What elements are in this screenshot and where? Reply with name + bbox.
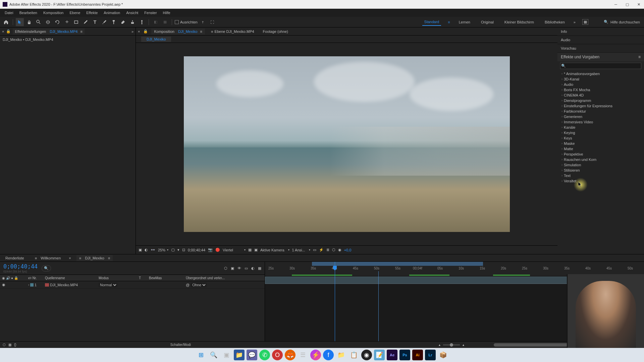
flowchart-icon[interactable]: ⬡ <box>332 248 335 252</box>
effect-cat-cinema4d[interactable]: ›CINEMA 4D <box>559 93 643 98</box>
render-queue-tab[interactable]: Renderliste <box>3 255 27 261</box>
help-search[interactable]: 🔍 Hilfe durchsuchen <box>602 19 642 25</box>
workspace-kleiner-bildschirm[interactable]: Kleiner Bildschirm <box>502 19 536 25</box>
transparency-icon[interactable]: ▦ <box>248 248 252 252</box>
effect-cat-stilisieren[interactable]: ›Stilisieren <box>559 168 643 173</box>
zoom-tool[interactable] <box>35 18 43 26</box>
pixel-aspect-icon[interactable]: ▭ <box>313 248 316 252</box>
taskbar-taskview[interactable]: ▣ <box>221 350 232 360</box>
taskbar-ae[interactable]: Ae <box>387 350 397 360</box>
effect-cat-simulation[interactable]: ›Simulation <box>559 162 643 168</box>
graph-editor-icon[interactable]: ▦ <box>258 266 261 270</box>
effects-search-input[interactable]: 🔍 <box>560 63 641 69</box>
effect-cat-maske[interactable]: ›Maske <box>559 141 643 146</box>
resolution-icon[interactable]: 🖵 <box>171 248 175 252</box>
parent-dropdown[interactable]: Ohne <box>191 283 207 287</box>
timeline-icon[interactable]: ≣ <box>326 248 329 252</box>
workspace-grid-icon[interactable]: ▦ <box>582 19 588 25</box>
effect-cat-animationsvorgaben[interactable]: ›* Animationsvorgaben <box>559 71 643 76</box>
eraser-tool[interactable] <box>119 18 127 26</box>
brush-tool[interactable] <box>100 18 108 26</box>
minimize-button[interactable]: ─ <box>613 2 619 7</box>
taskbar-notepad[interactable]: 📝 <box>374 350 385 360</box>
effect-cat-text[interactable]: ›Text <box>559 173 643 178</box>
close-button[interactable]: ✕ <box>636 2 641 7</box>
effect-cat-matte[interactable]: ›Matte <box>559 146 643 152</box>
hand-tool[interactable] <box>25 18 33 26</box>
switches-modes-label[interactable]: Schalter/Modi <box>170 343 191 347</box>
audio-switch-icon[interactable]: 🔊 <box>6 276 10 280</box>
comp-mini-flowchart-icon[interactable]: ⬡ <box>224 266 227 270</box>
pickwhip-icon[interactable]: @ <box>186 283 190 287</box>
comp-tab-menu-icon[interactable]: ≡ <box>200 29 202 34</box>
layer-row-1[interactable]: ◉ › 1 DJI_Mexiko.MP4 Normal <box>0 281 265 289</box>
menu-bearbeiten[interactable]: Bearbeiten <box>17 10 40 16</box>
reset-exposure-icon[interactable]: ◉ <box>338 248 341 252</box>
col-name[interactable]: Quellenname <box>43 276 97 280</box>
lock-icon[interactable]: 🔒 <box>6 29 11 34</box>
zoom-dropdown[interactable]: 25%▾ <box>158 248 168 252</box>
effects-presets-header[interactable]: Effekte und Vorgaben ≡ <box>557 53 644 61</box>
tab-menu-icon[interactable]: ≡ <box>108 256 110 260</box>
panel-nav-back-icon[interactable]: × <box>2 29 4 34</box>
panel-overflow-icon[interactable]: » <box>131 29 133 34</box>
taskbar-folder[interactable]: 📁 <box>336 350 346 360</box>
zoom-slider[interactable] <box>443 344 460 346</box>
maximize-button[interactable]: ▢ <box>625 2 630 7</box>
panel-menu-icon[interactable]: ≡ <box>638 55 641 59</box>
audio-panel-header[interactable]: Audio <box>557 36 644 44</box>
glasses-icon[interactable]: 👓 <box>151 248 155 252</box>
draft-3d-icon[interactable]: ▣ <box>231 266 234 270</box>
info-panel-header[interactable]: Info <box>557 27 644 36</box>
solo-switch-icon[interactable]: ● <box>11 276 13 280</box>
layer-color-icon[interactable] <box>30 283 34 287</box>
menu-komposition[interactable]: Komposition <box>41 10 66 16</box>
taskbar-app9[interactable]: 📦 <box>438 350 448 360</box>
shy-icon[interactable]: 👁 <box>237 266 241 270</box>
shape-mode-icon[interactable]: ▦ <box>161 18 169 26</box>
effect-cat-generieren[interactable]: ›Generieren <box>559 114 643 119</box>
effect-cat-audio[interactable]: ›Audio <box>559 82 643 87</box>
col-parent[interactable]: Übergeordnet und verkn... <box>184 276 265 280</box>
menu-animation[interactable]: Animation <box>101 10 123 16</box>
anchor-tool[interactable]: ✛ <box>63 18 71 26</box>
zoom-slider-out-icon[interactable]: ▴ <box>439 343 440 347</box>
menu-ebene[interactable]: Ebene <box>67 10 83 16</box>
workspace-lernen[interactable]: Lernen <box>457 19 472 25</box>
current-timecode[interactable]: 0;00;40;44 <box>3 263 38 270</box>
timecode-display[interactable]: 0;00;40;44 <box>188 248 205 252</box>
effect-cat-veraltet[interactable]: ›Veraltet <box>559 178 643 184</box>
puppet-tool[interactable] <box>138 18 146 26</box>
3d-view-icon[interactable]: ▣ <box>254 248 258 252</box>
tab-menu-icon[interactable]: ≡ <box>80 29 82 34</box>
comp-breadcrumb[interactable]: DJI_Mexiko <box>141 37 171 42</box>
fast-preview-icon[interactable]: ⚡ <box>319 248 324 252</box>
effect-cat-farbkorrektur[interactable]: ›Farbkorrektur <box>559 109 643 114</box>
toggle-switches-icon[interactable]: ⬡ <box>3 343 6 347</box>
grid-icon[interactable]: ▾ <box>177 248 179 252</box>
taskbar-windows[interactable]: ⊞ <box>196 350 206 360</box>
blend-mode-dropdown[interactable]: Normal <box>99 283 117 287</box>
workspace-standard[interactable]: Standard <box>422 18 441 26</box>
taskbar-obs[interactable]: ◉ <box>361 350 372 360</box>
channel-icon[interactable]: 🔴 <box>215 248 220 252</box>
effect-cat-keys[interactable]: ›Keys <box>559 135 643 141</box>
work-area-bar[interactable] <box>312 262 483 266</box>
workspace-original[interactable]: Original <box>479 19 496 25</box>
taskbar-facebook[interactable]: f <box>323 350 334 360</box>
welcome-tab[interactable]: ■ Willkommen <box>32 255 64 261</box>
taskbar-firefox[interactable]: 🦊 <box>285 350 296 360</box>
layer-expand-icon[interactable]: › <box>28 283 29 287</box>
effect-cat-immersives[interactable]: ›Immersives Video <box>559 119 643 125</box>
composition-viewer[interactable] <box>136 43 557 245</box>
snapping-toggle[interactable]: Ausrichten <box>175 20 198 24</box>
effect-cat-expressions[interactable]: ›Einstellungen für Expressions <box>559 103 643 109</box>
clone-tool[interactable] <box>110 18 118 26</box>
taskbar-lr[interactable]: Lr <box>425 350 436 360</box>
col-track[interactable]: BewMas <box>147 276 184 280</box>
comp-timeline-tab[interactable]: ■ DJI_Mexiko ≡ <box>76 255 113 261</box>
layer-visible-icon[interactable]: ◉ <box>2 283 5 287</box>
menu-ansicht[interactable]: Ansicht <box>123 10 141 16</box>
timeline-search[interactable]: 🔍 <box>42 265 51 272</box>
label-header-icon[interactable]: 🏷 <box>28 276 32 280</box>
